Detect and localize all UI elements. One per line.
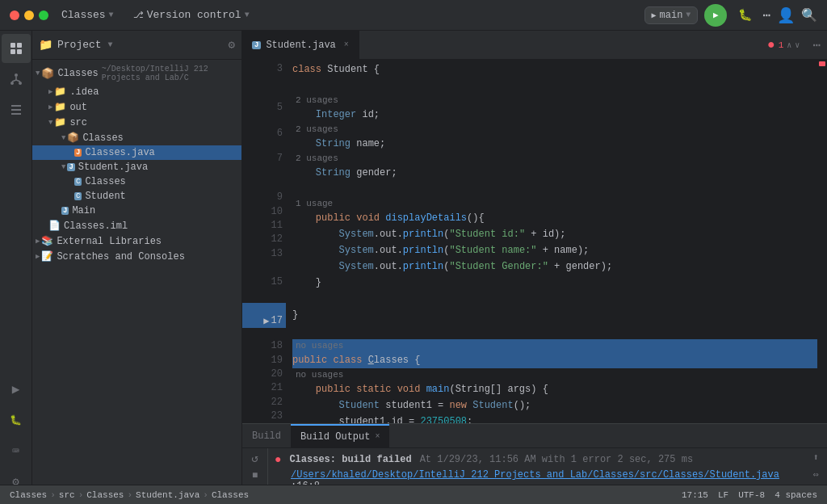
usage-hint-7: 2 usages [292, 152, 817, 165]
code-line-15: } [292, 307, 817, 323]
tree-label: out [69, 102, 87, 113]
tree-item-student-class[interactable]: C Student [32, 189, 241, 204]
close-light[interactable] [10, 10, 19, 20]
tab-close-button[interactable]: × [344, 40, 349, 49]
tree-item-src[interactable]: ▼ 📁 src [32, 115, 241, 130]
tree-label: .idea [69, 86, 99, 98]
tab-more-button[interactable]: ⋯ [806, 37, 827, 53]
sidebar-icon-run[interactable]: ▶ [2, 375, 31, 404]
build-output-tab-label: Build Output [300, 431, 370, 443]
svg-rect-1 [17, 43, 22, 48]
cursor-position[interactable]: 17:15 [682, 490, 708, 500]
src-folder-icon: 📁 [54, 116, 66, 128]
folder-icon: 📁 [39, 38, 52, 52]
sidebar-icon-project[interactable] [2, 34, 31, 63]
class-icon: C [74, 192, 82, 200]
java-file-icon: J [74, 149, 82, 157]
svg-rect-3 [17, 49, 22, 54]
usage-hint-17: no usages [292, 339, 817, 352]
project-icon: 📦 [41, 67, 54, 80]
user-button[interactable]: 👤 [777, 6, 795, 24]
maximize-light[interactable] [39, 10, 48, 20]
tree-item-classes-iml[interactable]: 📄 Classes.iml [32, 218, 241, 233]
build-stop-icon[interactable]: ■ [252, 470, 258, 481]
line-ending[interactable]: LF [718, 490, 728, 500]
project-name[interactable]: Classes ▼ [61, 9, 114, 21]
editor-tabs: J Student.java × ● 1 ∧ ∨ ⋯ [242, 31, 827, 60]
tree-item-out[interactable]: ▶ 📁 out [32, 99, 241, 115]
build-tab[interactable]: Build [242, 424, 291, 448]
tree-item-scratches[interactable]: ▶ 📝 Scratches and Consoles [32, 249, 241, 264]
tree-label: Main [72, 205, 95, 216]
code-editor[interactable]: 3 5 6 [242, 60, 827, 423]
file-link[interactable]: /Users/khaled/Desktop/IntelliJ 212 Proje… [291, 469, 779, 481]
svg-rect-12 [11, 113, 21, 115]
code-line-12: System.out.println("Student Gender:" + g… [292, 258, 817, 275]
tree-label: Classes.java [85, 147, 154, 158]
build-expand-icon[interactable]: ⬆ [812, 452, 818, 464]
search-button[interactable]: 🔍 [801, 7, 817, 23]
code-line-9: public void displayDetails(){ [292, 210, 817, 226]
sidebar-icon-structure[interactable] [2, 95, 31, 124]
sidebar-icon-terminal[interactable]: ⌨ [2, 436, 31, 465]
svg-point-6 [19, 82, 22, 85]
error-bullet-icon: ● [275, 453, 281, 466]
code-line-11: System.out.println("Student name:" + nam… [292, 242, 817, 258]
minimize-light[interactable] [24, 10, 34, 20]
debug-button[interactable]: 🐛 [733, 4, 756, 27]
svg-rect-10 [11, 105, 21, 107]
build-error-row-1: ● Classes: build failed At 1/29/23, 11:5… [275, 452, 798, 468]
svg-rect-2 [10, 49, 15, 54]
tree-item-external[interactable]: ▶ 📚 External Libraries [32, 233, 241, 249]
encoding[interactable]: UTF-8 [738, 490, 765, 500]
package-icon: 📦 [67, 132, 79, 144]
svg-rect-11 [11, 109, 21, 111]
build-output-close[interactable]: × [375, 432, 380, 441]
code-content[interactable]: class Student { 2 usages Integer id; 2 u… [286, 60, 817, 423]
titlebar: Classes ▼ ⎇ Version control ▼ ▶ main ▼ ▶… [0, 0, 827, 31]
usage-hint-18: no usages [292, 368, 817, 381]
bottom-tabs: Build Build Output × [242, 424, 827, 448]
build-wrap-icon[interactable]: ⇔ [812, 468, 818, 481]
tree-label: src [69, 117, 87, 128]
usage-hint-6: 2 usages [292, 123, 817, 136]
tree-item-idea[interactable]: ▶ 📁 .idea [32, 84, 241, 99]
panel-settings-icon[interactable]: ⚙ [229, 38, 235, 52]
build-output-tab[interactable]: Build Output × [291, 424, 389, 448]
left-sidebar-icons: ▶ 🐛 ⌨ ⚙ [0, 31, 32, 504]
tree-item-classes-pkg[interactable]: ▼ 📦 Classes [32, 130, 241, 145]
panel-title: Project [57, 39, 102, 51]
indent[interactable]: 4 spaces [775, 490, 817, 500]
sidebar-icon-debug[interactable]: 🐛 [2, 405, 31, 435]
error-dot-icon: ● [767, 38, 775, 52]
run-config-selector[interactable]: ▶ main ▼ [644, 6, 699, 24]
code-line-16 [292, 323, 817, 339]
run-button[interactable]: ▶ [704, 4, 727, 27]
tree-item-student-java[interactable]: ▼ J Student.java [32, 160, 241, 174]
tree-label: Classes [57, 68, 98, 79]
build-rerun-icon[interactable]: ↺ [251, 452, 258, 465]
expand-icon: ▼ [36, 69, 40, 78]
tree-item-classes-java[interactable]: J Classes.java [32, 145, 241, 160]
code-line-20: student1.id = 23750508; [292, 414, 817, 423]
code-line-18: public static void main(String[] args) { [292, 381, 817, 397]
code-line-6: String name; [292, 136, 817, 152]
scratch-icon: 📝 [41, 250, 53, 262]
project-panel-header[interactable]: 📁 Project ▼ ⚙ [32, 31, 241, 60]
tab-student-java[interactable]: J Student.java × [242, 31, 359, 60]
code-line-4 [292, 78, 817, 94]
tree-label: Classes [82, 132, 123, 144]
titlebar-right: ▶ main ▼ ▶ 🐛 ⋯ 👤 🔍 [644, 4, 818, 27]
tree-item-main[interactable]: J Main [32, 204, 241, 218]
build-tab-label: Build [252, 430, 281, 442]
tree-item-classes-class[interactable]: C Classes [32, 174, 241, 189]
tree-item-classes-root[interactable]: ▼ 📦 Classes ~/Desktop/IntelliJ 212 Proje… [32, 63, 241, 84]
traffic-lights [10, 10, 48, 20]
file-tree: ▼ 📦 Classes ~/Desktop/IntelliJ 212 Proje… [32, 60, 241, 504]
code-line-8 [292, 181, 817, 197]
sidebar-icon-git[interactable] [2, 65, 31, 94]
more-actions-button[interactable]: ⋯ [762, 7, 770, 23]
tree-label: External Libraries [57, 236, 162, 247]
code-line-5: Integer id; [292, 107, 817, 123]
version-control[interactable]: ⎇ Version control ▼ [133, 9, 250, 21]
